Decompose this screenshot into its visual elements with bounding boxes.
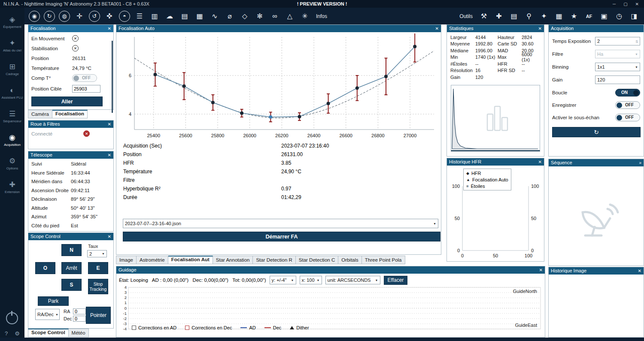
sync-icon[interactable]: ↻: [44, 11, 55, 22]
tab-scope-control[interactable]: Scope Control: [28, 329, 69, 337]
tools-icon[interactable]: ⚒: [478, 11, 489, 22]
dec-input[interactable]: [73, 316, 86, 322]
tab-star-detection-r[interactable]: Star Detection R: [253, 256, 295, 264]
crosshair-icon[interactable]: ✛: [74, 11, 85, 22]
save-toggle[interactable]: OFF: [615, 101, 640, 109]
filter-select[interactable]: Ha▼: [595, 50, 640, 58]
sidebar-item-equipement[interactable]: ◈Équipement: [0, 10, 24, 34]
tab-three-point-pola[interactable]: Three Point Pola: [362, 256, 405, 264]
sidebar-item-cadrage[interactable]: ⊞Cadrage: [0, 57, 24, 81]
close-icon[interactable]: ✕: [538, 25, 542, 32]
wand-icon[interactable]: ✦: [538, 11, 550, 22]
close-icon[interactable]: ✕: [108, 233, 111, 240]
guider-xscale-select[interactable]: x: 100▼: [300, 276, 322, 284]
guider-yscale-select[interactable]: y: +/-4"▼: [270, 276, 296, 284]
move-focuser-button[interactable]: Aller: [31, 97, 103, 106]
wave-icon[interactable]: ∿: [209, 11, 220, 22]
close-icon[interactable]: ✕: [539, 266, 543, 274]
slew-to-coords-button[interactable]: Pointer: [86, 307, 111, 324]
stop-slew-button[interactable]: Arrêt: [61, 262, 82, 274]
triangle-icon[interactable]: △: [284, 11, 295, 22]
tab-astrom-trie[interactable]: Astrométrie: [137, 256, 168, 264]
maximize-button[interactable]: ▢: [623, 2, 627, 6]
bulb-icon[interactable]: ⌀: [224, 11, 235, 22]
power-icon[interactable]: [6, 312, 18, 324]
close-icon[interactable]: ✕: [108, 121, 111, 128]
tab-star-annotation[interactable]: Star Annotation: [213, 256, 253, 264]
star-icon[interactable]: ★: [568, 11, 580, 22]
stop-tracking-button[interactable]: Stop Tracking: [88, 279, 108, 294]
minimize-button[interactable]: ─: [613, 2, 616, 6]
loop-icon[interactable]: ∞: [269, 11, 280, 22]
sidebar-item-assistant-plu[interactable]: ◐Assistant PLU: [0, 81, 24, 105]
table-icon[interactable]: ▦: [553, 11, 565, 22]
infos-label[interactable]: Infos: [316, 13, 327, 19]
clear-guide-graph-button[interactable]: Effacer: [384, 276, 408, 285]
ra-input[interactable]: [73, 308, 86, 314]
legend-item[interactable]: Corrections en AD: [132, 325, 176, 330]
camera-icon[interactable]: ◉: [29, 11, 40, 22]
temp-comp-toggle[interactable]: OFF: [72, 74, 97, 82]
snowflake-icon[interactable]: ✻: [254, 11, 265, 22]
target-position-input[interactable]: [72, 85, 100, 93]
sidebar-item-extension[interactable]: ✚Extension: [0, 175, 24, 199]
exposure-input[interactable]: 2s: [595, 37, 640, 45]
sidebar-item-acquisition[interactable]: ◉Acquisition: [0, 128, 24, 152]
dither-plus-icon[interactable]: ✚: [493, 11, 504, 22]
close-icon[interactable]: ✕: [538, 158, 542, 166]
sidebar-item-atlas-du-ciel[interactable]: ✦Atlas du ciel: [0, 34, 24, 57]
binning-select[interactable]: 1x1▼: [595, 63, 640, 71]
loop-toggle[interactable]: ON: [615, 89, 640, 97]
tab-orbitals[interactable]: Orbitals: [338, 256, 362, 264]
histogram-icon[interactable]: ▦: [194, 11, 205, 22]
globe-icon[interactable]: ◍: [59, 11, 70, 22]
autofocus-badge-icon[interactable]: AF: [583, 11, 595, 22]
tab-image[interactable]: Image: [116, 256, 137, 264]
guider-unit-select[interactable]: unit: ARCSECONDS▼: [325, 276, 380, 284]
frame-target-icon[interactable]: ▣: [598, 11, 610, 22]
help-icon[interactable]: ?: [5, 330, 8, 337]
tab-cam-ra[interactable]: Caméra: [28, 110, 52, 118]
tab-focalisation[interactable]: Focalisation: [52, 110, 88, 118]
tab-m-t-o[interactable]: Météo: [69, 329, 89, 337]
subsample-toggle[interactable]: OFF: [615, 114, 640, 121]
zoom-icon[interactable]: ⚲: [523, 11, 535, 22]
slew-east-button[interactable]: E: [88, 262, 108, 274]
close-button[interactable]: ✕: [635, 2, 639, 6]
history-clock-icon[interactable]: ◷: [614, 11, 625, 22]
slew-north-button[interactable]: N: [61, 244, 82, 256]
sidebar-item-options[interactable]: ⚙Options: [0, 152, 24, 175]
close-icon[interactable]: ✕: [108, 151, 111, 159]
legend-item[interactable]: Corrections en Dec: [185, 325, 232, 330]
layers-icon[interactable]: ▤: [508, 11, 519, 22]
scrollbar[interactable]: [112, 41, 113, 113]
park-button[interactable]: Park: [38, 296, 69, 306]
flat-panel-icon[interactable]: ▤: [179, 11, 190, 22]
rate-select[interactable]: 2▼: [87, 250, 107, 257]
expand-icon[interactable]: »: [639, 159, 641, 166]
tab-star-detection-c[interactable]: Star Detection C: [296, 256, 338, 264]
autofocus-run-select[interactable]: 2023-07-07--23-16-40.json▼: [123, 219, 438, 228]
close-icon[interactable]: ✕: [435, 25, 439, 32]
gain-input[interactable]: 120: [595, 75, 640, 84]
sidebar-item-sequenceur[interactable]: ☰Séquenceur: [0, 105, 24, 128]
slew-west-button[interactable]: O: [35, 262, 55, 274]
rotator-icon[interactable]: ↺: [89, 11, 100, 22]
tab-focalisation-aut[interactable]: Focalisation Aut: [168, 256, 213, 264]
shield-icon[interactable]: ◇: [239, 11, 250, 22]
close-icon[interactable]: ✕: [638, 267, 641, 275]
close-icon[interactable]: ✕: [108, 25, 111, 32]
gear-icon[interactable]: ⚙: [15, 330, 20, 337]
outils-label[interactable]: Outils: [459, 13, 473, 19]
start-capture-button[interactable]: ↻: [552, 127, 641, 137]
weather-cloud-icon[interactable]: ☁: [164, 11, 175, 22]
guider-icon[interactable]: ✜: [104, 11, 115, 22]
slew-south-button[interactable]: S: [61, 279, 82, 291]
columns-icon[interactable]: ▥: [149, 11, 160, 22]
start-autofocus-button[interactable]: Démarrer FA: [123, 232, 440, 241]
coords-mode-select[interactable]: RA/Dec▼: [35, 309, 60, 320]
dome-icon[interactable]: ◓: [119, 11, 130, 22]
wheel-icon[interactable]: ✳: [299, 11, 310, 22]
sequence-list-icon[interactable]: ☰: [134, 11, 145, 22]
contrast-icon[interactable]: ◨: [629, 11, 640, 22]
